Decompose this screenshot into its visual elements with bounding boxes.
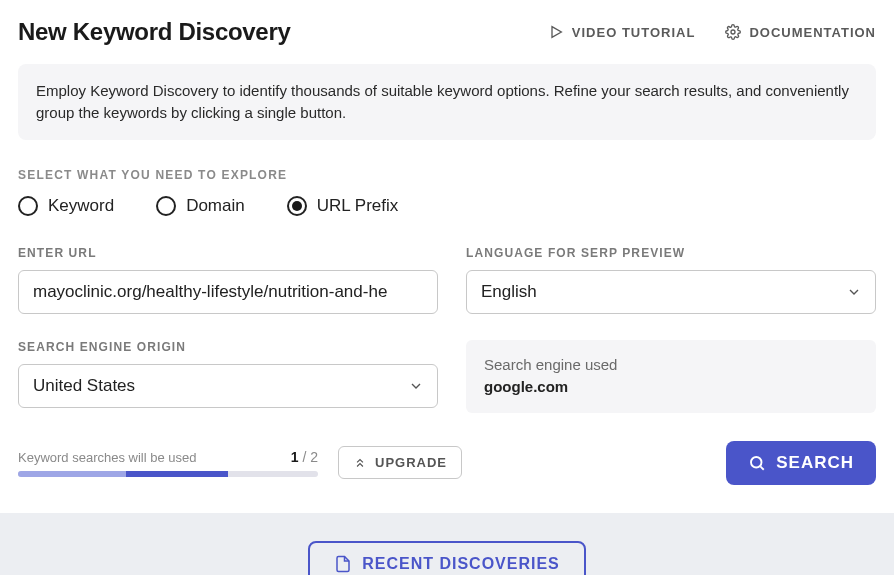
info-banner: Employ Keyword Discovery to identify tho… <box>18 64 876 140</box>
origin-select-value: United States <box>33 376 135 396</box>
svg-line-3 <box>761 466 764 469</box>
radio-label: Keyword <box>48 196 114 216</box>
radio-label: URL Prefix <box>317 196 399 216</box>
language-select-value: English <box>481 282 537 302</box>
usage-count: 1 / 2 <box>291 449 318 465</box>
radio-circle-icon <box>156 196 176 216</box>
explore-radio-keyword[interactable]: Keyword <box>18 196 114 216</box>
origin-field-label: SEARCH ENGINE ORIGIN <box>18 340 438 354</box>
svg-point-2 <box>751 457 762 468</box>
documentation-label: DOCUMENTATION <box>749 25 876 40</box>
video-tutorial-label: VIDEO TUTORIAL <box>572 25 696 40</box>
search-engine-info: Search engine used google.com <box>466 340 876 413</box>
recent-discoveries-button[interactable]: RECENT DISCOVERIES <box>308 541 586 576</box>
explore-radio-url-prefix[interactable]: URL Prefix <box>287 196 399 216</box>
origin-select[interactable]: United States <box>18 364 438 408</box>
search-button[interactable]: SEARCH <box>726 441 876 485</box>
gear-icon <box>725 24 741 40</box>
recent-discoveries-label: RECENT DISCOVERIES <box>362 555 560 573</box>
explore-section-label: SELECT WHAT YOU NEED TO EXPLORE <box>18 168 876 182</box>
explore-radio-group: KeywordDomainURL Prefix <box>18 196 876 216</box>
page-title: New Keyword Discovery <box>18 18 290 46</box>
upgrade-button[interactable]: UPGRADE <box>338 446 462 479</box>
usage-text: Keyword searches will be used <box>18 450 196 465</box>
url-field-label: ENTER URL <box>18 246 438 260</box>
language-field-label: LANGUAGE FOR SERP PREVIEW <box>466 246 876 260</box>
language-select[interactable]: English <box>466 270 876 314</box>
upgrade-label: UPGRADE <box>375 455 447 470</box>
url-input[interactable] <box>18 270 438 314</box>
search-label: SEARCH <box>776 453 854 473</box>
svg-marker-0 <box>552 27 561 38</box>
documentation-link[interactable]: DOCUMENTATION <box>725 24 876 40</box>
search-icon <box>748 454 766 472</box>
search-engine-value: google.com <box>484 376 858 399</box>
video-tutorial-link[interactable]: VIDEO TUTORIAL <box>548 24 696 40</box>
explore-radio-domain[interactable]: Domain <box>156 196 245 216</box>
radio-circle-icon <box>287 196 307 216</box>
radio-label: Domain <box>186 196 245 216</box>
search-engine-label: Search engine used <box>484 354 858 377</box>
file-icon <box>334 555 352 573</box>
chevrons-up-icon <box>353 456 367 470</box>
radio-circle-icon <box>18 196 38 216</box>
play-icon <box>548 24 564 40</box>
svg-point-1 <box>731 30 735 34</box>
usage-progress <box>18 471 318 477</box>
